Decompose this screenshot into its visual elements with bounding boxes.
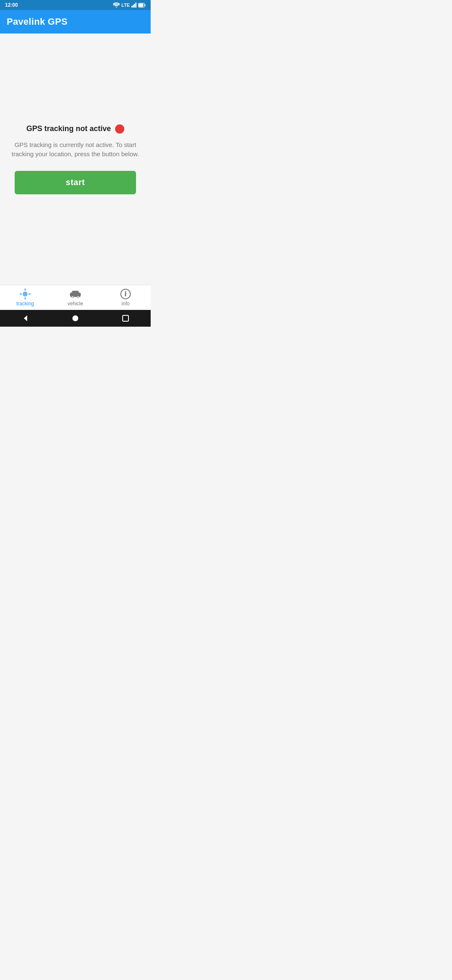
tab-info-label: info: [121, 301, 129, 307]
info-icon: i: [120, 289, 131, 299]
tab-vehicle-label: vehicle: [67, 301, 83, 307]
main-scroll-area: GPS tracking not active GPS tracking is …: [0, 34, 151, 285]
svg-marker-21: [24, 315, 27, 321]
home-button[interactable]: [69, 312, 81, 324]
battery-icon: [138, 3, 146, 8]
svg-rect-1: [131, 6, 133, 8]
tab-tracking-label: tracking: [16, 301, 34, 307]
status-row: GPS tracking not active: [26, 124, 124, 134]
status-icons: LTE: [113, 3, 146, 8]
svg-rect-23: [123, 315, 128, 321]
tab-vehicle[interactable]: vehicle: [50, 285, 100, 310]
vehicle-icon: [70, 289, 81, 299]
svg-rect-3: [134, 4, 135, 8]
svg-rect-18: [79, 294, 81, 295]
tab-info[interactable]: i info: [100, 285, 151, 310]
wifi-icon: [113, 3, 120, 8]
svg-point-15: [72, 296, 74, 298]
svg-point-16: [77, 296, 79, 298]
start-button[interactable]: start: [15, 171, 136, 194]
app-bar: Pavelink GPS: [0, 10, 151, 34]
svg-rect-7: [139, 3, 144, 7]
status-description: GPS tracking is currently not active. To…: [0, 140, 151, 159]
status-title: GPS tracking not active: [26, 124, 111, 133]
bottom-nav: tracking vehicle i info: [0, 285, 151, 310]
signal-icon: [131, 3, 136, 8]
back-button[interactable]: [19, 312, 31, 324]
status-bar: 12:00 LTE: [0, 0, 151, 10]
system-nav-bar: [0, 310, 151, 327]
center-section: GPS tracking not active GPS tracking is …: [0, 124, 151, 194]
svg-rect-4: [136, 3, 137, 8]
svg-text:i: i: [125, 291, 126, 297]
svg-point-9: [24, 293, 26, 295]
tab-tracking[interactable]: tracking: [0, 285, 50, 310]
red-dot-indicator: [115, 124, 124, 134]
recents-button[interactable]: [120, 312, 131, 324]
status-time: 12:00: [5, 2, 18, 8]
svg-rect-6: [145, 4, 146, 6]
network-type: LTE: [121, 3, 130, 8]
tracking-icon: [20, 289, 31, 299]
svg-point-0: [116, 7, 117, 8]
svg-rect-17: [70, 294, 72, 295]
app-title: Pavelink GPS: [7, 16, 67, 27]
svg-rect-2: [133, 5, 134, 8]
svg-point-22: [72, 315, 78, 321]
